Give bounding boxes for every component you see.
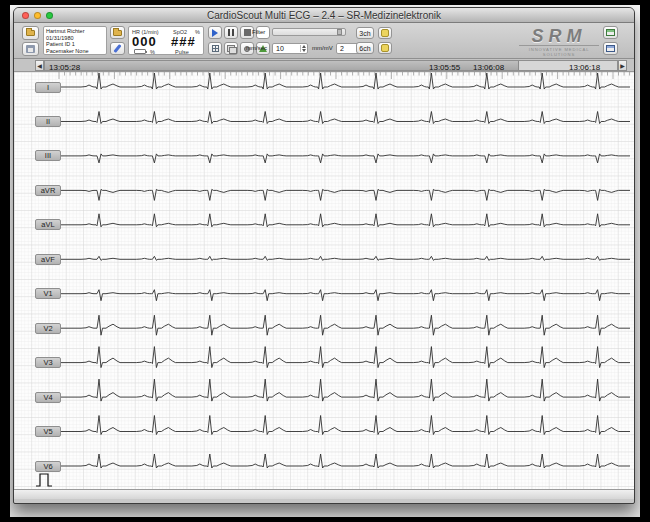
time-cursor: 13:06:08 xyxy=(473,63,504,72)
yellow-tool-icon xyxy=(381,44,389,52)
lead-label-aVL[interactable]: aVL xyxy=(35,219,61,230)
edit-patient-button[interactable] xyxy=(110,42,125,55)
time-end: 13:06:18 xyxy=(569,63,600,72)
pause-button[interactable] xyxy=(224,26,238,39)
play-button[interactable] xyxy=(208,26,222,39)
srm-logo-text: SRM xyxy=(519,27,599,45)
export-button[interactable] xyxy=(603,26,618,39)
patient-pacemaker: Pacemaker None xyxy=(46,48,104,55)
blue-window-icon xyxy=(606,45,615,52)
window-title: CardioScout Multi ECG – 2.4 – SR-Medizin… xyxy=(14,10,634,21)
channels-6-button[interactable]: 6ch xyxy=(356,42,374,54)
folder-icon xyxy=(26,30,35,36)
lead-label-III[interactable]: III xyxy=(35,150,61,161)
stepper-icon[interactable] xyxy=(300,45,306,52)
scroll-left-button[interactable]: ◀ xyxy=(35,60,44,71)
ecg-area: I II III aVR aVL aVF V1 V2 V3 V4 V5 V6 xyxy=(14,72,635,489)
battery-icon xyxy=(134,49,146,54)
srm-logo: SRM INNOVATIVE MEDICAL SOLUTIONS xyxy=(519,27,599,57)
srm-logo-tagline: INNOVATIVE MEDICAL SOLUTIONS xyxy=(519,45,599,57)
speed-select[interactable]: 10 xyxy=(272,43,308,54)
scroll-right-button[interactable]: ▶ xyxy=(618,60,627,71)
highlight-tool-button[interactable] xyxy=(378,27,392,39)
disk-icon xyxy=(26,45,35,53)
lead-label-V1[interactable]: V1 xyxy=(35,288,61,299)
hr-value: 000 xyxy=(132,34,157,49)
title-bar: CardioScout Multi ECG – 2.4 – SR-Medizin… xyxy=(14,8,634,23)
pencil-icon xyxy=(113,44,121,53)
grid-icon xyxy=(212,45,219,52)
desktop: CardioScout Multi ECG – 2.4 – SR-Medizin… xyxy=(10,5,640,517)
layers-icon xyxy=(227,45,235,52)
timeline-track[interactable]: 13:05:28 13:05:55 13:06:08 13:06:18 xyxy=(44,60,618,71)
lead-label-V5[interactable]: V5 xyxy=(35,426,61,437)
filter-label: Filter xyxy=(252,29,265,35)
open-folder-button[interactable] xyxy=(22,26,39,40)
gain-value: 2 xyxy=(340,45,344,52)
lead-label-I[interactable]: I xyxy=(35,82,61,93)
grid-view-button[interactable] xyxy=(208,42,222,55)
filter-slider[interactable] xyxy=(272,28,346,36)
gain-label: mm/mV xyxy=(312,45,333,51)
spo2-value: ### xyxy=(171,34,196,49)
horizontal-scrollbar[interactable] xyxy=(14,489,634,499)
channels-3-button[interactable]: 3ch xyxy=(356,27,374,39)
spo2-unit-label: % xyxy=(195,29,200,35)
speed-label: mm/sec xyxy=(246,45,267,51)
lead-label-V4[interactable]: V4 xyxy=(35,392,61,403)
channels-3-label: 3ch xyxy=(359,30,370,37)
stop-icon xyxy=(244,29,251,36)
pulse-label: Pulse xyxy=(175,49,189,55)
app-window: CardioScout Multi ECG – 2.4 – SR-Medizin… xyxy=(13,7,635,504)
lead-label-V3[interactable]: V3 xyxy=(35,357,61,368)
ecg-grid-major xyxy=(14,72,635,489)
play-icon xyxy=(212,29,218,37)
lead-label-V2[interactable]: V2 xyxy=(35,323,61,334)
layers-button[interactable] xyxy=(224,42,238,55)
green-window-icon xyxy=(606,29,615,36)
timeline-bar: ◀ 13:05:28 13:05:55 13:06:08 13:06:18 ▶ xyxy=(14,59,634,72)
lead-label-aVF[interactable]: aVF xyxy=(35,254,61,265)
yellow-tool-icon xyxy=(381,29,389,37)
toolbar: Hartmut Richter 01/31/1980 Patient ID 1 … xyxy=(14,23,634,59)
ecg-plot xyxy=(14,72,635,489)
time-mid: 13:05:55 xyxy=(429,63,460,72)
channels-6-label: 6ch xyxy=(359,45,370,52)
time-start: 13:05:28 xyxy=(49,63,80,72)
vitals-panel: HR (1/min) SpO2 % 000 ### % Pulse xyxy=(128,26,204,55)
lead-label-V6[interactable]: V6 xyxy=(35,461,61,472)
filter-slider-thumb[interactable] xyxy=(337,29,342,35)
lead-label-aVR[interactable]: aVR xyxy=(35,185,61,196)
battery-unit-label: % xyxy=(150,49,155,55)
folder-icon xyxy=(113,30,122,36)
speed-value: 10 xyxy=(276,45,284,52)
patient-info-panel: Hartmut Richter 01/31/1980 Patient ID 1 … xyxy=(43,26,107,55)
print-button[interactable] xyxy=(603,42,618,55)
save-button[interactable] xyxy=(22,42,39,56)
pause-icon xyxy=(228,29,234,36)
load-patient-button[interactable] xyxy=(110,26,125,39)
lead-label-II[interactable]: II xyxy=(35,116,61,127)
annotation-tool-button[interactable] xyxy=(378,42,392,54)
